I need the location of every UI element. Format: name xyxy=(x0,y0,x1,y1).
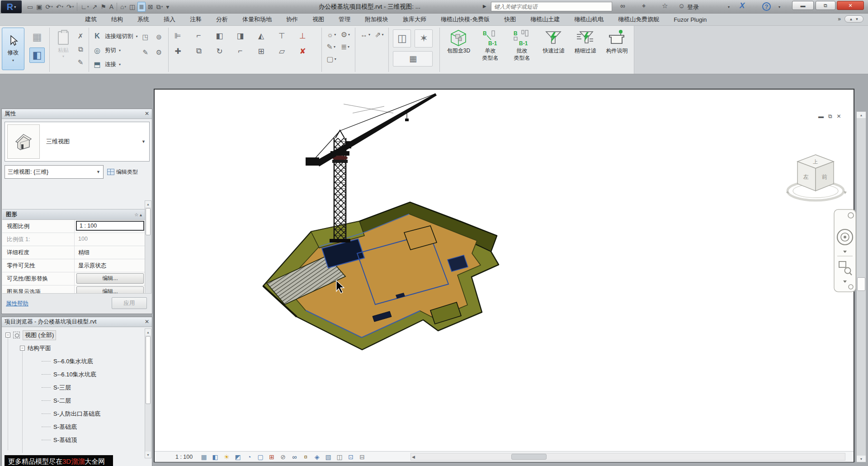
switch-windows-icon[interactable]: ⧉▾ xyxy=(156,2,164,12)
mirror-pick-axis-icon[interactable]: ◧ xyxy=(214,30,225,41)
undo-icon[interactable]: ↶▾ xyxy=(55,2,64,12)
help-icon[interactable]: ? xyxy=(762,2,771,11)
aligned-dimension-icon[interactable]: ↗▾ xyxy=(91,2,98,12)
bounding-box-3d-button[interactable]: 包围盒3D xyxy=(444,27,473,72)
tab-gls-structure[interactable]: 橄榄山土建 xyxy=(530,15,560,24)
navigation-bar[interactable] xyxy=(834,209,856,292)
pin-icon[interactable]: ⊤ xyxy=(277,30,288,41)
horizontal-scrollbar[interactable]: ◀ xyxy=(410,453,845,461)
fine-filter-button[interactable]: 精细过滤 xyxy=(571,27,599,72)
tab-gls-quick-free[interactable]: 橄榄山快模-免费版 xyxy=(441,15,490,24)
detail-level-icon[interactable]: ▦ xyxy=(200,453,208,461)
tab-massing-site[interactable]: 体量和场地 xyxy=(242,15,272,24)
crop-view-icon[interactable]: ▢ xyxy=(256,453,264,461)
qat-separator[interactable]: ▾ xyxy=(117,3,117,11)
redo-icon[interactable]: ↷▾ xyxy=(66,2,75,12)
prop-row-visibility-overrides[interactable]: 可见性/图形替换 编辑... xyxy=(2,272,146,285)
scroll-up-icon[interactable]: ▲ xyxy=(145,329,151,335)
show-crop-region-icon[interactable]: ⊞ xyxy=(268,453,276,461)
project-browser-header[interactable]: 项目浏览器 - 办公楼基坑项目模型.rvt ✕ xyxy=(2,317,152,327)
tree-item-structural-plans[interactable]: − 结构平面 xyxy=(3,342,144,355)
scroll-down-icon[interactable]: ▼ xyxy=(857,456,866,462)
tree-item-s-60-sump-bottom[interactable]: − S--6.0集水坑底 xyxy=(3,355,144,368)
paint-icon[interactable]: ✎ xyxy=(141,48,151,57)
quick-filter-button[interactable]: 快速过滤 xyxy=(539,27,568,72)
section-icon[interactable]: ◫▾ xyxy=(128,2,136,12)
favorites-star-icon[interactable]: ☆ xyxy=(662,2,668,10)
revit-app-menu-button[interactable]: R▾ xyxy=(1,0,22,13)
prop-row-view-scale[interactable]: 视图比例 1 : 100 xyxy=(2,220,146,233)
linework-icon[interactable]: ✎▾ xyxy=(327,43,336,51)
prop-row-parts-visibility[interactable]: 零件可见性 显示原状态 xyxy=(2,259,146,272)
view-options-extra-icon[interactable]: ⊟ xyxy=(358,453,366,461)
tab-gls-mep[interactable]: 橄榄山机电 xyxy=(574,15,604,24)
text-icon[interactable]: A▾ xyxy=(108,2,114,12)
chevron-down-icon[interactable]: ▾ xyxy=(778,5,780,9)
scroll-left-icon[interactable]: ◀ xyxy=(412,455,415,459)
scrollbar-thumb[interactable] xyxy=(857,277,865,291)
measure-icon[interactable]: ∟▾ xyxy=(80,2,90,12)
cut-to-clipboard-icon[interactable]: ✗ xyxy=(75,31,85,41)
communication-center-icon[interactable]: ⌖ xyxy=(642,2,646,10)
close-icon[interactable]: ✕ xyxy=(145,110,149,117)
sun-path-icon[interactable]: ☀ xyxy=(222,453,231,461)
browser-scrollbar[interactable]: ▲ ▼ xyxy=(145,328,151,458)
edit-type-button[interactable]: 编辑类型 xyxy=(106,165,150,179)
tab-family-master[interactable]: 族库大师 xyxy=(403,15,426,24)
customize-qat-icon[interactable]: ▾▾ xyxy=(165,2,170,12)
tree-item-s-civil-defense-exit-base[interactable]: − S-人防出口基础底 xyxy=(3,407,144,420)
cut-geometry-button[interactable]: ◎ 剪切 ▾ xyxy=(92,44,138,56)
rename-batch-type-button[interactable]: B B-1 批改 类型名 xyxy=(507,27,536,72)
close-button[interactable]: ✕ xyxy=(837,1,864,10)
tree-expander-icon[interactable]: − xyxy=(20,346,25,351)
delete-icon[interactable]: ✘ xyxy=(297,46,308,57)
create-assembly-button[interactable]: ✶ xyxy=(415,29,433,48)
tree-expander-icon[interactable]: − xyxy=(5,333,10,338)
unlocked-view-icon[interactable]: ⊘ xyxy=(279,453,287,461)
sign-in-label[interactable]: 登录 xyxy=(687,3,699,11)
type-selector[interactable]: 三维视图 ▼ xyxy=(5,122,150,162)
view-cube[interactable]: 上 左 前 xyxy=(786,146,847,210)
view-close-icon[interactable]: ✕ xyxy=(837,113,841,119)
offset-icon[interactable]: ⌐ xyxy=(193,30,204,41)
close-hidden-windows-icon[interactable]: ⊠▾ xyxy=(147,2,154,12)
tab-structure[interactable]: 结构 xyxy=(111,15,123,24)
shadows-icon[interactable]: ◩ xyxy=(234,453,242,461)
tab-annotate[interactable]: 注释 xyxy=(190,15,202,24)
mirror-draw-axis-icon[interactable]: ◨ xyxy=(235,30,246,41)
search-input[interactable] xyxy=(491,2,612,11)
match-type-icon[interactable]: ✎ xyxy=(75,57,85,67)
tab-insert[interactable]: 插入 xyxy=(164,15,175,24)
beam-coping-icon[interactable]: ◳ xyxy=(141,32,151,42)
default-3d-view-icon[interactable]: ⌂▾ xyxy=(119,2,127,12)
temporary-hide-isolate-icon[interactable]: ∞ xyxy=(290,453,298,461)
tree-item-views-all[interactable]: − 视图 (全部) xyxy=(3,328,144,342)
move-icon[interactable]: ✚ xyxy=(173,46,184,57)
scroll-down-icon[interactable]: ▼ xyxy=(145,452,151,458)
rotate-icon[interactable]: ↻ xyxy=(214,46,225,57)
reveal-hidden-elements-icon[interactable]: ¤ xyxy=(302,453,310,461)
copy-to-clipboard-icon[interactable]: ⧉ xyxy=(75,44,85,54)
copy-icon[interactable]: ⧉ xyxy=(193,46,204,57)
tree-item-s-floor-3[interactable]: − S-三层 xyxy=(3,381,144,394)
join-geometry-button[interactable]: ⬒ 连接 ▾ xyxy=(92,58,138,70)
tree-item-s-foundation-top[interactable]: − S-基础顶 xyxy=(3,433,144,447)
sync-with-central-icon[interactable]: ⟳▾ xyxy=(44,2,53,12)
trim-extend-icon[interactable]: ⌐ xyxy=(235,46,246,57)
collapse-icon[interactable]: ☆ ▴ xyxy=(134,212,142,217)
view-restore-icon[interactable]: ⧉ xyxy=(828,113,832,119)
prop-row-scale-value[interactable]: 比例值 1: 100 xyxy=(2,233,146,246)
tab-gls-free-flagship[interactable]: 橄榄山免费旗舰 xyxy=(618,15,659,24)
cut-ends-button[interactable]: K 连接端切割 ▾ xyxy=(92,30,138,42)
tree-item-s-610-sump-bottom[interactable]: − S--6.10集水坑底 xyxy=(3,368,144,381)
scrollbar-thumb[interactable] xyxy=(146,208,151,235)
tab-view[interactable]: 视图 xyxy=(312,15,324,24)
search-binoculars-icon[interactable]: ∞ xyxy=(620,2,625,10)
tree-item-s-floor-2[interactable]: − S-二层 xyxy=(3,394,144,407)
ribbon-collapse-button[interactable]: ▲▼ xyxy=(844,15,863,23)
temporary-view-properties-icon[interactable]: ▧ xyxy=(324,453,332,461)
minimize-button[interactable]: ▬ xyxy=(792,1,814,10)
vertical-scrollbar[interactable]: ▲ ▼ xyxy=(856,111,866,462)
show-analytical-model-icon[interactable]: ◫ xyxy=(335,453,344,461)
align-icon[interactable]: ⊫ xyxy=(173,30,184,41)
